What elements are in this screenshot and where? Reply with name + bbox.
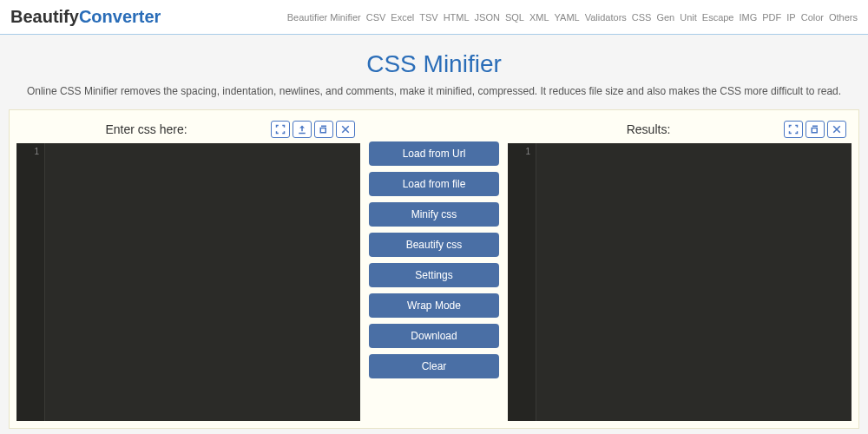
logo[interactable]: BeautifyConverter <box>10 7 161 27</box>
output-label: Results: <box>513 122 784 136</box>
line-number: 1 <box>508 143 536 160</box>
page-title: CSS Minifier <box>0 50 868 78</box>
close-icon[interactable] <box>336 121 355 138</box>
page-description: Online CSS Minifier removes the spacing,… <box>0 85 868 97</box>
nav-others[interactable]: Others <box>829 12 858 23</box>
line-number: 1 <box>16 143 44 160</box>
nav-unit[interactable]: Unit <box>680 12 697 23</box>
beautify-button[interactable]: Beautify css <box>369 233 499 257</box>
header: BeautifyConverter Beautifier Minifier CS… <box>0 0 868 35</box>
output-toolbar <box>784 121 846 138</box>
minify-button[interactable]: Minify css <box>369 202 499 227</box>
nav-xml[interactable]: XML <box>529 12 549 23</box>
logo-part2: Converter <box>79 7 161 26</box>
nav-gen[interactable]: Gen <box>656 12 674 23</box>
action-column: Load from Url Load from file Minify css … <box>369 117 499 421</box>
download-button[interactable]: Download <box>369 324 499 348</box>
settings-button[interactable]: Settings <box>369 263 499 287</box>
nav-tsv[interactable]: TSV <box>419 12 437 23</box>
input-toolbar <box>271 121 355 138</box>
clear-button[interactable]: Clear <box>369 354 499 378</box>
gutter-divider <box>536 143 536 421</box>
load-url-button[interactable]: Load from Url <box>369 141 499 166</box>
load-file-button[interactable]: Load from file <box>369 172 499 196</box>
output-panel-head: Results: <box>508 117 852 143</box>
nav-sql[interactable]: SQL <box>505 12 524 23</box>
logo-part1: Beautify <box>10 7 79 26</box>
nav-json[interactable]: JSON <box>475 12 500 23</box>
close-icon[interactable] <box>827 121 846 138</box>
nav-css[interactable]: CSS <box>632 12 652 23</box>
input-panel: Enter css here: 1 <box>16 117 360 421</box>
nav-beautifier-minifier[interactable]: Beautifier Minifier <box>287 12 361 23</box>
nav-yaml[interactable]: YAML <box>555 12 580 23</box>
nav-excel[interactable]: Excel <box>391 12 414 23</box>
input-gutter: 1 <box>16 143 44 421</box>
nav-validators[interactable]: Validators <box>585 12 627 23</box>
input-editor[interactable]: 1 <box>16 143 360 421</box>
gutter-divider <box>44 143 45 421</box>
output-gutter: 1 <box>508 143 536 421</box>
main-container: Enter css here: 1 Load from Url Load fro… <box>9 109 859 429</box>
nav-escape[interactable]: Escape <box>702 12 734 23</box>
copy-icon[interactable] <box>314 121 333 138</box>
fullscreen-icon[interactable] <box>271 121 290 138</box>
upload-icon[interactable] <box>293 121 312 138</box>
nav-html[interactable]: HTML <box>444 12 470 23</box>
copy-icon[interactable] <box>806 121 825 138</box>
input-panel-head: Enter css here: <box>16 117 360 143</box>
nav-img[interactable]: IMG <box>740 12 758 23</box>
output-panel: Results: 1 <box>508 117 852 421</box>
nav-color[interactable]: Color <box>801 12 824 23</box>
nav-pdf[interactable]: PDF <box>762 12 781 23</box>
nav-ip[interactable]: IP <box>786 12 795 23</box>
output-editor[interactable]: 1 <box>508 143 852 421</box>
wrap-mode-button[interactable]: Wrap Mode <box>369 293 499 318</box>
nav-menu: Beautifier Minifier CSV Excel TSV HTML J… <box>287 12 858 23</box>
input-label: Enter css here: <box>22 122 271 136</box>
nav-csv[interactable]: CSV <box>366 12 386 23</box>
fullscreen-icon[interactable] <box>784 121 803 138</box>
